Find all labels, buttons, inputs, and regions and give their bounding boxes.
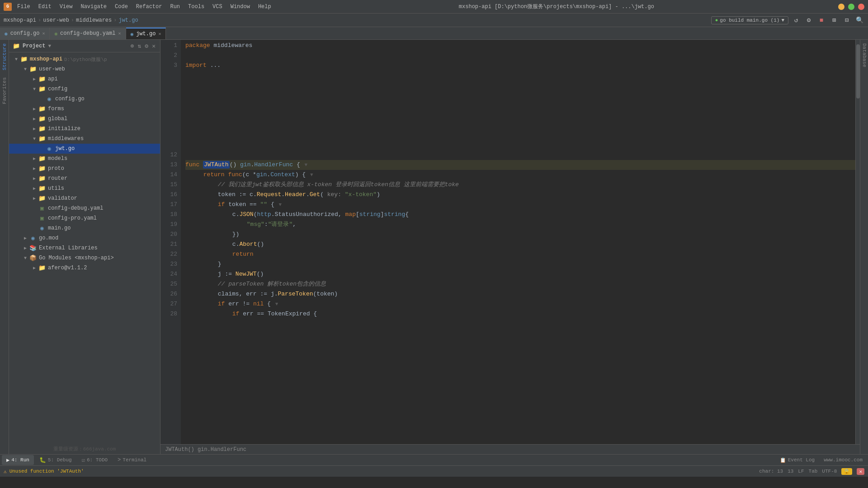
sidebar-close-btn[interactable]: ✕ [151, 42, 156, 51]
fold-icon-13[interactable]: ▼ [305, 162, 308, 168]
fold-icon-14[interactable]: ▼ [310, 172, 313, 178]
tree-go-mod[interactable]: ▶ ◉ go.mod [9, 233, 160, 243]
tree-jwt-go[interactable]: ◉ jwt.go [9, 144, 160, 154]
tree-global[interactable]: ▶ 📁 global [9, 114, 160, 124]
terminal-icon: > [118, 457, 121, 463]
debug-tab[interactable]: 🐛 5: Debug [35, 455, 76, 465]
tree-config-go[interactable]: ◉ config.go [9, 94, 160, 104]
terminal-tab[interactable]: > Terminal [113, 455, 151, 465]
window-controls [838, 4, 864, 10]
models-label: models [48, 155, 67, 162]
ln-20: 20 [160, 230, 177, 239]
breadcrumb-middlewares[interactable]: middlewares [76, 17, 112, 23]
tree-models[interactable]: ▶ 📁 models [9, 154, 160, 164]
tree-config-debug-yaml[interactable]: ▣ config-debug.yaml [9, 203, 160, 213]
user-web-icon: 📁 [29, 66, 37, 73]
tree-external-libs[interactable]: ▶ 📚 External Libraries [9, 243, 160, 253]
code-line-22: return [185, 249, 855, 259]
tree-afero[interactable]: ▶ 📁 afero@v1.1.2 [9, 263, 160, 273]
menu-refactor[interactable]: Refactor [132, 2, 166, 11]
initialize-icon: 📁 [38, 125, 46, 132]
editor-area: 1 2 3 12 13 14 15 16 17 18 19 20 21 22 2… [160, 40, 860, 454]
structure-panel-label[interactable]: Structure [0, 40, 9, 74]
tab-close-config[interactable]: ✕ [42, 31, 45, 36]
minimize-button[interactable] [838, 4, 844, 10]
tree-proto[interactable]: ▶ 📁 proto [9, 164, 160, 174]
database-panel-label[interactable]: Database [860, 40, 868, 71]
breadcrumb-sep-2: › [71, 17, 74, 23]
terminal-tab-label: Terminal [123, 457, 146, 463]
menu-file[interactable]: File [14, 2, 34, 11]
code-line-27: if err != nil { ▼ [185, 299, 855, 309]
config-debug-yaml-label: config-debug.yaml [48, 205, 103, 211]
build-button[interactable]: ● go build main.go (1) ▼ [711, 16, 788, 24]
build-icon-button[interactable]: ⚙ [804, 15, 814, 25]
code-line-24: j := NewJWT() [185, 269, 855, 279]
tree-root[interactable]: ▼ 📁 mxshop-api D:\python微服\p [9, 54, 160, 64]
breadcrumb-file[interactable]: jwt.go [118, 17, 138, 23]
event-log-icon: 📋 [780, 457, 786, 463]
tree-config[interactable]: ▼ 📁 config [9, 84, 160, 94]
search-button[interactable]: 🔍 [854, 15, 864, 25]
tree-main-go[interactable]: ◉ main.go [9, 223, 160, 233]
left-edge-panels: Structure Favorites [0, 40, 9, 454]
tab-close-jwt[interactable]: ✕ [158, 31, 161, 37]
tree-arrow-root: ▼ [13, 57, 20, 62]
code-content[interactable]: package middlewares import ... func JWTA… [181, 40, 855, 444]
tree-arrow-router: ▶ [31, 176, 38, 181]
sidebar-dropdown-icon[interactable]: ▼ [48, 43, 51, 49]
tree-middlewares[interactable]: ▼ 📁 middlewares [9, 134, 160, 144]
sidebar-expand-btn[interactable]: ⇅ [137, 42, 142, 51]
ln-23: 23 [160, 259, 177, 269]
tab-jwt-go[interactable]: ◉ jwt.go ✕ [126, 28, 166, 39]
maximize-button[interactable] [848, 4, 854, 10]
favorites-panel-label[interactable]: Favorites [0, 74, 9, 108]
ln-3: 3 [160, 61, 177, 70]
stop-button[interactable]: ■ [816, 15, 826, 25]
menu-vcs[interactable]: VCS [209, 2, 226, 11]
tree-api[interactable]: ▶ 📁 api [9, 74, 160, 84]
nav-tool2[interactable]: ⊟ [842, 15, 852, 25]
menu-run[interactable]: Run [166, 2, 184, 11]
menu-navigate[interactable]: Navigate [77, 2, 110, 11]
run-tab[interactable]: ▶ 4: Run [2, 455, 34, 465]
ln-25: 25 [160, 279, 177, 289]
code-container[interactable]: 1 2 3 12 13 14 15 16 17 18 19 20 21 22 2… [160, 40, 860, 444]
scrollbar-thumb[interactable] [856, 44, 860, 99]
tree-validator[interactable]: ▶ 📁 validator [9, 193, 160, 203]
refresh-button[interactable]: ↺ [791, 15, 801, 25]
function-name-selected: JWTAuth [203, 161, 230, 169]
breadcrumb-project[interactable]: mxshop-api [4, 17, 36, 23]
menu-view[interactable]: View [56, 2, 76, 11]
fold-icon-17[interactable]: ▼ [279, 202, 282, 207]
tree-config-pro-yaml[interactable]: ▣ config-pro.yaml [9, 213, 160, 223]
tree-utils[interactable]: ▶ 📁 utils [9, 183, 160, 193]
breadcrumb-userweb[interactable]: user-web [43, 17, 69, 23]
initialize-label: initialize [48, 126, 80, 132]
editor-scrollbar[interactable] [855, 40, 860, 444]
tab-config-go[interactable]: ◉ config.go ✕ [0, 28, 50, 39]
hint-bar: JWTAuth() gin.HandlerFunc [160, 444, 860, 454]
tree-initialize[interactable]: ▶ 📁 initialize [9, 124, 160, 134]
tree-go-modules[interactable]: ▼ 📦 Go Modules <mxshop-api> [9, 253, 160, 263]
root-path: D:\python微服\p [64, 56, 107, 63]
menu-tools[interactable]: Tools [184, 2, 208, 11]
menu-code[interactable]: Code [111, 2, 132, 11]
tree-forms[interactable]: ▶ 📁 forms [9, 104, 160, 114]
menu-window[interactable]: Window [227, 2, 254, 11]
nav-tool1[interactable]: ⊞ [829, 15, 839, 25]
tree-router[interactable]: ▶ 📁 router [9, 174, 160, 183]
code-line-20: }) [185, 230, 855, 239]
tree-user-web[interactable]: ▼ 📁 user-web [9, 64, 160, 74]
todo-tab[interactable]: ☑ 6: TODO [77, 455, 112, 465]
sidebar-settings-btn[interactable]: ⚙ [144, 42, 149, 51]
menu-help[interactable]: Help [255, 2, 275, 11]
tab-close-yaml[interactable]: ✕ [118, 31, 121, 36]
code-line-25: // parseToken 解析token包含的信息 [185, 279, 855, 289]
fold-icon-27[interactable]: ▼ [275, 301, 278, 307]
close-button[interactable] [858, 4, 864, 10]
event-log-tab[interactable]: 📋 Event Log [775, 455, 819, 465]
menu-edit[interactable]: Edit [35, 2, 55, 11]
sidebar-add-btn[interactable]: ⊕ [130, 42, 135, 51]
tab-config-debug-yaml[interactable]: ◉ config-debug.yaml ✕ [50, 28, 126, 39]
